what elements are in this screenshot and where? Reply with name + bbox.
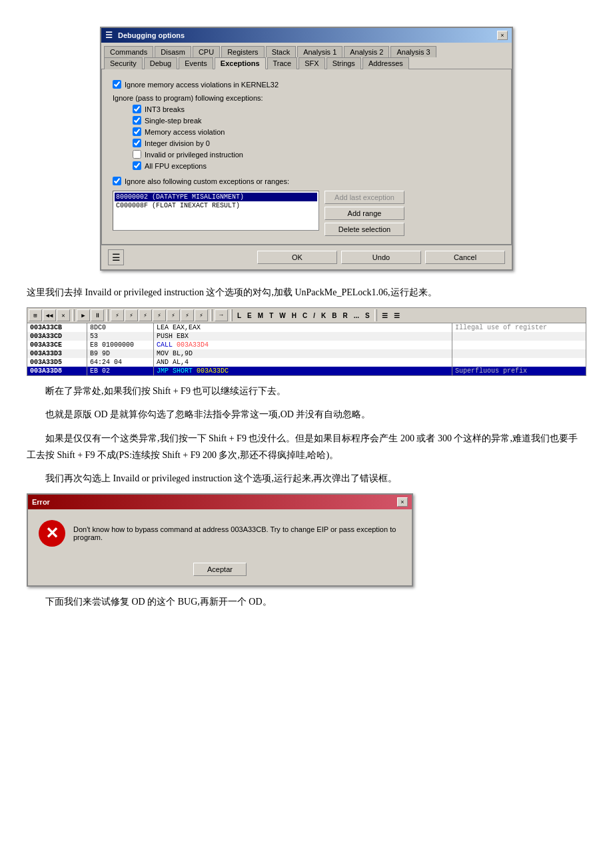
tb-prev-prev[interactable]: ◀◀ bbox=[43, 309, 56, 321]
tb-label-r[interactable]: R bbox=[340, 311, 350, 320]
close-button[interactable]: × bbox=[497, 31, 508, 40]
ignore-kernel32-row: Ignore memory access violations in KERNE… bbox=[113, 80, 500, 89]
tab-addresses[interactable]: Addresses bbox=[362, 57, 409, 69]
tab-events[interactable]: Events bbox=[179, 57, 213, 69]
error-content: ✕ Don't know how to bypass command at ad… bbox=[28, 509, 412, 557]
tb-icon-grid[interactable]: ⊞ bbox=[29, 309, 42, 321]
exception-item-1[interactable]: 80000002 (DATATYPE MISALIGNMENT) bbox=[115, 193, 317, 201]
delete-selection-button[interactable]: Delete selection bbox=[324, 223, 404, 236]
tb-label-slash[interactable]: / bbox=[310, 311, 318, 320]
tab-sfx[interactable]: SFX bbox=[299, 57, 324, 69]
tb-step4[interactable]: ⚡ bbox=[153, 309, 166, 321]
tab-commands[interactable]: Commands bbox=[104, 46, 153, 57]
tb-sep-1 bbox=[72, 309, 75, 321]
hex-2: 53 bbox=[87, 332, 154, 341]
chinese-para-2: 断在了异常处,如果我们按 Shift + F9 也可以继续运行下去。 bbox=[27, 383, 586, 399]
tb-label-l[interactable]: L bbox=[235, 311, 244, 320]
tb-label-dots[interactable]: ... bbox=[351, 311, 362, 320]
comment-5 bbox=[452, 358, 586, 367]
asm-5: AND AL,4 bbox=[154, 358, 452, 367]
tab-strings[interactable]: Strings bbox=[326, 57, 361, 69]
tab-registers[interactable]: Registers bbox=[221, 46, 264, 57]
int-division-row: Integer division by 0 bbox=[133, 139, 500, 147]
error-icon: ✕ bbox=[39, 520, 65, 547]
disasm-row-3: 003A33CE E8 01000000 CALL 003A33D4 bbox=[27, 341, 586, 349]
error-close-button[interactable]: × bbox=[397, 497, 408, 507]
tb-step2[interactable]: ⚡ bbox=[125, 309, 138, 321]
int-division-checkbox[interactable] bbox=[133, 139, 141, 147]
tb-close[interactable]: ✕ bbox=[57, 309, 70, 321]
tab-analysis2[interactable]: Analysis 2 bbox=[344, 46, 389, 57]
tb-label-t[interactable]: T bbox=[267, 311, 276, 320]
tb-step7[interactable]: ⚡ bbox=[195, 309, 208, 321]
tab-row-2: Security Debug Events Exceptions Trace S… bbox=[104, 57, 509, 69]
dialog-title-area: ☰ Debugging options bbox=[105, 31, 185, 40]
aceptar-button[interactable]: Aceptar bbox=[193, 563, 247, 576]
tb-step5[interactable]: ⚡ bbox=[167, 309, 180, 321]
tb-label-c[interactable]: C bbox=[300, 311, 310, 320]
asm-1: LEA EAX,EAX bbox=[154, 323, 452, 332]
asm-2: PUSH EBX bbox=[154, 332, 452, 341]
tb-label-s[interactable]: S bbox=[362, 311, 372, 320]
tab-exceptions[interactable]: Exceptions bbox=[215, 57, 266, 69]
comment-6: Superfluous prefix bbox=[452, 367, 586, 375]
tb-label-e[interactable]: E bbox=[245, 311, 255, 320]
tb-play[interactable]: ▶ bbox=[77, 309, 90, 321]
tab-disasm[interactable]: Disasm bbox=[155, 46, 191, 57]
dialog-icon: ☰ bbox=[105, 31, 113, 40]
int3-checkbox[interactable] bbox=[133, 105, 141, 113]
exception-item-2[interactable]: C000008F (FLOAT INEXACT RESULT) bbox=[115, 201, 317, 210]
tab-security[interactable]: Security bbox=[104, 57, 143, 69]
disasm-row-4: 003A33D3 B9 9D MOV BL,9D bbox=[27, 349, 586, 358]
ignore-kernel32-checkbox[interactable] bbox=[113, 80, 121, 89]
chinese-para-4: 如果是仅仅有一个这类异常,我们按一下 Shift + F9 也没什么。但是如果目… bbox=[27, 430, 586, 463]
tab-debug[interactable]: Debug bbox=[144, 57, 177, 69]
tb-label-b[interactable]: B bbox=[329, 311, 339, 320]
custom-exceptions-checkbox[interactable] bbox=[113, 177, 121, 185]
tb-sep-3 bbox=[210, 309, 213, 321]
chinese-para-3: 也就是原版 OD 是就算你勾选了忽略非法指令异常这一项,OD 并没有自动忽略。 bbox=[27, 406, 586, 423]
memory-access-label: Memory access violation bbox=[145, 128, 225, 136]
exceptions-buttons: Add last exception Add range Delete sele… bbox=[324, 191, 404, 236]
exceptions-list[interactable]: 80000002 (DATATYPE MISALIGNMENT) C000008… bbox=[113, 191, 319, 231]
invalid-priv-checkbox[interactable] bbox=[133, 150, 141, 159]
disasm-toolbar: ⊞ ◀◀ ✕ ▶ ⏸ ⚡ ⚡ ⚡ ⚡ ⚡ ⚡ ⚡ → L E M T W H C… bbox=[27, 308, 586, 323]
cancel-button[interactable]: Cancel bbox=[425, 251, 505, 264]
invalid-priv-row: Invalid or privileged instruction bbox=[133, 150, 500, 159]
tb-arrow[interactable]: → bbox=[215, 309, 228, 321]
error-titlebar: Error × bbox=[28, 495, 412, 509]
disasm-row-5: 003A33D5 64:24 04 AND AL,4 bbox=[27, 358, 586, 367]
disasm-row-6: 003A33D8 EB 02 JMP SHORT 003A33DC Superf… bbox=[27, 367, 586, 375]
hex-1: 8DC0 bbox=[87, 323, 154, 332]
tb-pause[interactable]: ⏸ bbox=[91, 309, 104, 321]
tb-sep-4 bbox=[230, 309, 233, 321]
memory-access-row: Memory access violation bbox=[133, 127, 500, 136]
tb-label-list1[interactable]: ☰ bbox=[379, 311, 390, 320]
tb-label-k[interactable]: K bbox=[318, 311, 328, 320]
tb-label-list2[interactable]: ☰ bbox=[391, 311, 402, 320]
ignore-pass-label: Ignore (pass to program) following excep… bbox=[113, 94, 500, 102]
dialog-title: Debugging options bbox=[118, 31, 185, 39]
tab-analysis3[interactable]: Analysis 3 bbox=[390, 46, 436, 57]
addr-3: 003A33CE bbox=[27, 341, 87, 349]
tab-analysis1[interactable]: Analysis 1 bbox=[297, 46, 342, 57]
tab-stack[interactable]: Stack bbox=[266, 46, 297, 57]
tb-step1[interactable]: ⚡ bbox=[111, 309, 124, 321]
tb-label-m[interactable]: M bbox=[255, 311, 266, 320]
add-last-exception-button[interactable]: Add last exception bbox=[324, 191, 404, 204]
addr-1: 003A33CB bbox=[27, 323, 87, 332]
single-step-checkbox[interactable] bbox=[133, 116, 141, 125]
undo-button[interactable]: Undo bbox=[341, 251, 421, 264]
add-range-button[interactable]: Add range bbox=[324, 207, 404, 220]
ignore-kernel32-label: Ignore memory access violations in KERNE… bbox=[125, 81, 279, 89]
ok-button[interactable]: OK bbox=[257, 251, 337, 264]
tb-step3[interactable]: ⚡ bbox=[139, 309, 152, 321]
tb-label-h[interactable]: H bbox=[289, 311, 299, 320]
memory-access-checkbox[interactable] bbox=[133, 127, 141, 136]
hex-5: 64:24 04 bbox=[87, 358, 154, 367]
tab-cpu[interactable]: CPU bbox=[193, 46, 220, 57]
tb-label-w[interactable]: W bbox=[277, 311, 288, 320]
tab-trace[interactable]: Trace bbox=[267, 57, 298, 69]
tb-step6[interactable]: ⚡ bbox=[181, 309, 194, 321]
all-fpu-checkbox[interactable] bbox=[133, 161, 141, 170]
